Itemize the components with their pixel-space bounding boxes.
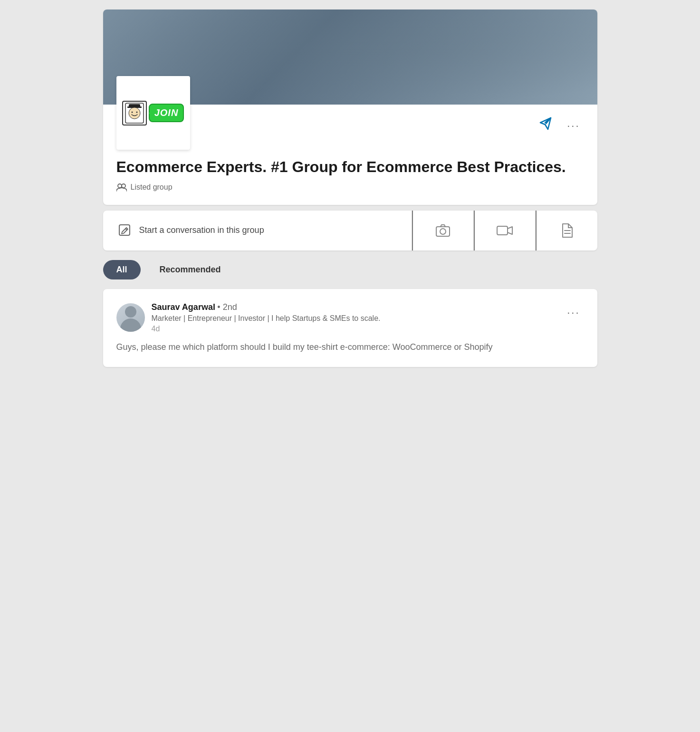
document-icon xyxy=(561,223,573,238)
svg-point-10 xyxy=(440,229,446,234)
post-header: Saurav Agarwal • 2nd Marketer | Entrepre… xyxy=(116,302,584,333)
avatar-silhouette xyxy=(116,303,145,332)
post-author-name: Saurav Agarwal xyxy=(152,302,215,312)
group-header-card: JOIN ... Ecommerce Experts. #1 Group for… xyxy=(103,10,597,205)
more-options-button[interactable]: ... xyxy=(563,116,584,132)
pencil-icon xyxy=(118,224,132,237)
post-more-button[interactable]: ... xyxy=(563,302,584,318)
page-wrapper: JOIN ... Ecommerce Experts. #1 Group for… xyxy=(103,10,597,367)
logo-join-text: JOIN xyxy=(154,107,179,118)
photo-button[interactable] xyxy=(412,211,474,250)
group-logo: JOIN xyxy=(116,76,190,150)
start-conversation-button[interactable]: Start a conversation in this group xyxy=(103,211,412,250)
svg-point-6 xyxy=(118,184,122,188)
post-author-name-row: Saurav Agarwal • 2nd xyxy=(152,302,381,312)
video-button[interactable] xyxy=(474,211,536,250)
svg-rect-11 xyxy=(497,226,508,235)
share-button[interactable] xyxy=(537,114,556,133)
logo-join-bubble: JOIN xyxy=(149,104,184,122)
group-logo-wrapper: JOIN xyxy=(116,76,190,150)
video-icon xyxy=(496,225,513,236)
conversation-card: Start a conversation in this group xyxy=(103,211,597,250)
logo-face-icon xyxy=(122,101,147,125)
recommended-tab[interactable]: Recommended xyxy=(146,260,234,279)
svg-point-3 xyxy=(129,107,140,119)
svg-point-5 xyxy=(136,111,137,113)
group-logo-inner: JOIN xyxy=(122,101,184,125)
post-author-bio: Marketer | Entrepreneur | Investor | I h… xyxy=(152,314,381,323)
avatar-body xyxy=(120,318,141,332)
listed-group-icon xyxy=(116,183,127,192)
filter-tabs: All Recommended xyxy=(103,256,597,283)
post-content: Guys, please me which platform should I … xyxy=(116,341,584,354)
group-title: Ecommerce Experts. #1 Group for Ecommerc… xyxy=(116,157,584,177)
post-author-row: Saurav Agarwal • 2nd Marketer | Entrepre… xyxy=(116,302,381,333)
avatar-head xyxy=(125,306,136,318)
post-time: 4d xyxy=(152,325,381,333)
group-actions-row: ... xyxy=(537,114,584,133)
camera-icon xyxy=(435,224,451,237)
svg-point-7 xyxy=(122,184,125,188)
svg-point-4 xyxy=(131,111,133,113)
group-info-section: JOIN ... Ecommerce Experts. #1 Group for… xyxy=(103,105,597,205)
post-card: Saurav Agarwal • 2nd Marketer | Entrepre… xyxy=(103,289,597,367)
document-button[interactable] xyxy=(536,211,597,250)
all-tab[interactable]: All xyxy=(103,260,141,279)
group-type-label: Listed group xyxy=(131,183,173,192)
avatar xyxy=(116,303,145,332)
group-meta: Listed group xyxy=(116,183,584,192)
post-author-info: Saurav Agarwal • 2nd Marketer | Entrepre… xyxy=(152,302,381,333)
share-icon xyxy=(538,116,554,131)
post-author-degree: • 2nd xyxy=(217,302,237,312)
conversation-placeholder-text: Start a conversation in this group xyxy=(139,225,264,235)
